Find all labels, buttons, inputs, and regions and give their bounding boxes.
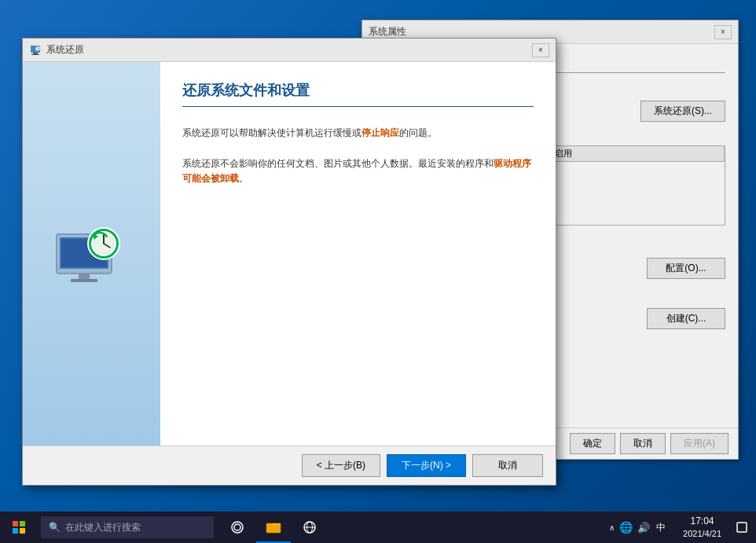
restore-footer: < 上一步(B) 下一步(N) > 取消 xyxy=(23,446,556,485)
restore-heading: 还原系统文件和设置 xyxy=(182,81,534,107)
file-explorer-icon xyxy=(266,519,281,534)
svg-rect-10 xyxy=(71,279,97,282)
file-explorer-button[interactable] xyxy=(256,512,291,543)
svg-rect-2 xyxy=(31,54,39,55)
restore-desc1-highlight: 停止响应 xyxy=(361,127,399,138)
windows-logo-icon xyxy=(13,521,25,534)
tray-clock[interactable]: 17:04 2021/4/21 xyxy=(677,515,728,539)
restore-title-text: 系统还原 xyxy=(46,43,84,57)
search-placeholder: 在此键入进行搜索 xyxy=(65,521,141,534)
network-icon xyxy=(302,520,317,534)
svg-rect-27 xyxy=(737,523,747,532)
task-view-button[interactable] xyxy=(220,512,255,543)
ok-button[interactable]: 确定 xyxy=(570,433,615,454)
restore-illustration xyxy=(49,211,135,297)
svg-rect-19 xyxy=(13,528,18,534)
search-icon: 🔍 xyxy=(49,522,61,533)
taskbar-tray: ∧ 🌐 🔊 中 17:04 2021/4/21 xyxy=(603,512,756,543)
tray-time: 17:04 xyxy=(691,515,714,528)
taskbar-middle xyxy=(220,512,327,543)
restore-titlebar: 系统还原 × xyxy=(23,39,556,62)
restore-dialog: 系统还原 × xyxy=(22,38,556,486)
restore-main: 还原系统文件和设置 系统还原可以帮助解决使计算机运行缓慢或停止响应的问题。 系统… xyxy=(160,62,556,446)
svg-point-22 xyxy=(234,524,240,530)
tray-icons: ∧ 🌐 🔊 中 xyxy=(603,521,673,534)
svg-rect-9 xyxy=(79,273,90,280)
svg-point-21 xyxy=(232,522,243,533)
close-button[interactable]: × xyxy=(714,25,732,39)
restore-win-controls: × xyxy=(532,43,549,57)
task-view-icon xyxy=(229,521,245,534)
tray-language-indicator[interactable]: 中 xyxy=(655,521,667,534)
restore-desc2-end: 。 xyxy=(239,173,248,184)
tray-date: 2021/4/21 xyxy=(683,528,721,539)
tray-expand-icon[interactable]: ∧ xyxy=(609,523,615,532)
create-button[interactable]: 创建(C)... xyxy=(647,308,725,329)
restore-close-button[interactable]: × xyxy=(532,43,549,57)
notification-button[interactable] xyxy=(731,512,753,543)
restore-cancel-button[interactable]: 取消 xyxy=(472,454,543,477)
restore-desc1-text: 系统还原可以帮助解决使计算机运行缓慢或 xyxy=(182,127,361,138)
tray-volume-icon[interactable]: 🔊 xyxy=(637,522,650,534)
config-button[interactable]: 配置(O)... xyxy=(647,258,725,279)
svg-rect-17 xyxy=(13,521,18,526)
svg-rect-20 xyxy=(20,528,25,534)
taskbar-search[interactable]: 🔍 在此键入进行搜索 xyxy=(41,516,214,538)
prev-button[interactable]: < 上一步(B) xyxy=(302,454,380,477)
window-controls: × xyxy=(714,25,732,39)
restore-desc1: 系统还原可以帮助解决使计算机运行缓慢或停止响应的问题。 xyxy=(182,126,534,141)
restore-desc2-text: 系统还原不会影响你的任何文档、图片或其他个人数据。最近安装的程序和 xyxy=(182,158,494,169)
restore-icon xyxy=(29,44,42,57)
restore-title-left: 系统还原 xyxy=(29,43,84,57)
svg-rect-1 xyxy=(33,53,38,54)
desktop: 系统属性 × 远程 统更改。 系统还原(S)... 保护 xyxy=(0,0,756,543)
restore-body: 还原系统文件和设置 系统还原可以帮助解决使计算机运行缓慢或停止响应的问题。 系统… xyxy=(23,62,556,446)
prot-col-status: 启用 xyxy=(550,146,725,161)
apply-button[interactable]: 应用(A) xyxy=(670,433,728,454)
notification-icon xyxy=(736,522,747,533)
start-button[interactable] xyxy=(0,512,38,543)
svg-rect-18 xyxy=(20,521,25,526)
restore-sidebar xyxy=(23,62,160,446)
taskbar: 🔍 在此键入进行搜索 xyxy=(0,512,756,543)
tray-network-icon[interactable]: 🌐 xyxy=(619,521,633,534)
restore-desc1-end: 的问题。 xyxy=(399,127,437,138)
network-button[interactable] xyxy=(292,512,327,543)
sys-props-title: 系统属性 xyxy=(369,25,406,39)
restore-desc2: 系统还原不会影响你的任何文档、图片或其他个人数据。最近安装的程序和驱动程序可能会… xyxy=(182,156,534,186)
sys-restore-button[interactable]: 系统还原(S)... xyxy=(640,101,725,122)
cancel-button[interactable]: 取消 xyxy=(620,433,666,454)
next-button[interactable]: 下一步(N) > xyxy=(387,454,466,477)
